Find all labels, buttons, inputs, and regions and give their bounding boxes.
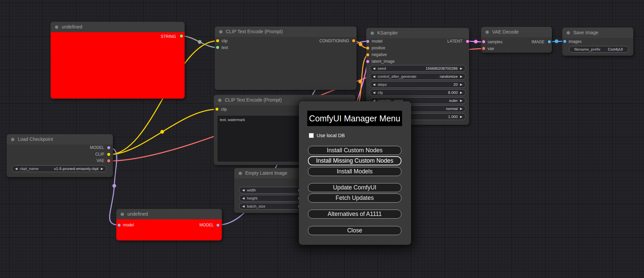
node-empty-latent-image[interactable]: Empty Latent Image ◀ width ▶ ◀ height ▶ …	[234, 168, 309, 213]
input-label: images	[569, 39, 582, 44]
close-button[interactable]: Close	[308, 226, 401, 235]
output-label: MODEL	[199, 223, 214, 228]
clip-input-port[interactable]	[216, 39, 219, 42]
increment-arrow-icon[interactable]: ▶	[460, 99, 462, 102]
input-label: latent_image	[372, 59, 395, 64]
input-label: positive	[372, 46, 385, 51]
model-output-port[interactable]	[216, 224, 219, 227]
node-title-bar: undefined	[51, 22, 185, 32]
text-input-port[interactable]	[216, 46, 219, 49]
increment-arrow-icon[interactable]: ▶	[460, 75, 462, 78]
reroute-dot[interactable]	[359, 43, 363, 46]
control-after-generate-widget[interactable]: ◀ control_after_generate randomize ▶	[370, 73, 466, 80]
decrement-arrow-icon[interactable]: ◀	[373, 91, 375, 94]
use-local-db-checkbox[interactable]	[309, 133, 314, 138]
string-link-wire	[181, 36, 217, 48]
node-title-bar: KSampler	[366, 28, 469, 38]
samples-input-port[interactable]	[482, 40, 485, 43]
model-output-port[interactable]	[107, 146, 110, 149]
fetch-updates-button[interactable]: Fetch Updates	[308, 193, 401, 203]
collapse-dot-icon[interactable]	[371, 32, 374, 35]
input-label: model	[123, 223, 134, 228]
node-title-bar: undefined	[116, 209, 222, 219]
positive-input-port[interactable]	[366, 47, 369, 50]
clip-link-wire-2	[109, 109, 217, 155]
cfg-widget[interactable]: ◀ cfg 8.000 ▶	[370, 89, 466, 96]
node-load-checkpoint[interactable]: Load Checkpoint MODEL CLIP VAE ◀ ckpt_na…	[7, 134, 113, 177]
install-custom-nodes-button[interactable]: Install Custom Nodes	[308, 146, 401, 155]
input-label: clip	[221, 107, 227, 112]
node-undefined-top[interactable]: undefined STRING	[51, 22, 185, 99]
collapse-dot-icon[interactable]	[11, 138, 14, 141]
reroute-dot[interactable]	[474, 40, 478, 44]
conditioning-output-port[interactable]	[352, 39, 355, 42]
reroute-dot[interactable]	[555, 40, 559, 43]
input-label: samples	[488, 40, 503, 45]
reroute-dot[interactable]	[113, 184, 116, 188]
increment-arrow-icon[interactable]: ▶	[460, 115, 462, 118]
clip-output-port[interactable]	[107, 153, 110, 156]
steps-widget[interactable]: ◀ steps 20 ▶	[370, 81, 466, 88]
negative-input-port[interactable]	[366, 53, 369, 56]
increment-arrow-icon[interactable]: ▶	[460, 83, 462, 86]
decrement-arrow-icon[interactable]: ◀	[242, 205, 245, 208]
height-widget[interactable]: ◀ height ▶	[239, 195, 304, 202]
collapse-dot-icon[interactable]	[218, 99, 221, 102]
collapse-dot-icon[interactable]	[55, 25, 58, 29]
node-title-bar: VAE Decode	[481, 27, 552, 37]
collapse-dot-icon[interactable]	[486, 31, 489, 34]
collapse-dot-icon[interactable]	[219, 30, 222, 34]
model-input-port[interactable]	[118, 224, 121, 227]
vae-output-port[interactable]	[107, 159, 110, 162]
node-undefined-bottom[interactable]: undefined model MODEL	[116, 209, 222, 240]
node-vae-decode[interactable]: VAE Decode samples vae IMAGE	[481, 27, 552, 53]
clip-input-port[interactable]	[215, 108, 218, 111]
width-widget[interactable]: ◀ width ▶	[239, 187, 304, 193]
node-clip-text-encode-1[interactable]: CLIP Text Encode (Prompt) clip text COND…	[215, 26, 357, 90]
input-label: model	[372, 39, 383, 44]
collapse-dot-icon[interactable]	[567, 31, 570, 35]
input-label: negative	[372, 52, 387, 57]
comfyui-manager-dialog: ComfyUI Manager Menu Use local DB Instal…	[299, 101, 411, 245]
decrement-arrow-icon[interactable]: ◀	[15, 167, 17, 170]
latent-image-input-port[interactable]	[366, 60, 369, 63]
node-canvas[interactable]: undefined STRING CLIP Text Encode (Promp…	[0, 0, 644, 278]
decrement-arrow-icon[interactable]: ◀	[242, 189, 245, 192]
model-input-port[interactable]	[366, 40, 369, 43]
output-label: CONDITIONING	[319, 39, 349, 44]
image-output-port[interactable]	[548, 40, 551, 43]
input-label: clip	[221, 39, 228, 44]
decrement-arrow-icon[interactable]: ◀	[242, 197, 245, 200]
ckpt-name-widget[interactable]: ◀ ckpt_name v1-5-pruned-emaonly.ckpt ▶	[12, 165, 107, 172]
update-comfyui-button[interactable]: Update ComfyUI	[308, 183, 401, 192]
reroute-dot[interactable]	[198, 40, 202, 44]
output-label: STRING	[161, 34, 176, 39]
node-title-bar: CLIP Text Encode (Prompt)	[215, 26, 357, 37]
decrement-arrow-icon[interactable]: ◀	[373, 75, 375, 78]
dialog-title: ComfyUI Manager Menu	[307, 111, 402, 126]
output-label: IMAGE	[531, 40, 544, 45]
decrement-arrow-icon[interactable]: ◀	[373, 83, 375, 86]
images-input-port[interactable]	[563, 40, 566, 43]
install-missing-custom-nodes-button[interactable]: Install Missing Custom Nodes	[308, 156, 401, 165]
decrement-arrow-icon[interactable]: ◀	[373, 67, 375, 70]
seed-widget[interactable]: ◀ seed 156680208700286 ▶	[370, 65, 466, 72]
filename-prefix-widget[interactable]: filename_prefix ComfyUI	[569, 46, 629, 53]
vae-input-port[interactable]	[482, 47, 485, 50]
increment-arrow-icon[interactable]: ▶	[460, 107, 462, 110]
node-save-image[interactable]: Save Image images filename_prefix ComfyU…	[562, 27, 633, 56]
increment-arrow-icon[interactable]: ▶	[460, 91, 462, 94]
batch-size-widget[interactable]: ◀ batch_size ▶	[239, 203, 304, 210]
alternatives-of-a1111-button[interactable]: Alternatives of A1111	[308, 210, 401, 219]
input-label: vae	[488, 46, 494, 51]
install-models-button[interactable]: Install Models	[308, 167, 401, 176]
increment-arrow-icon[interactable]: ▶	[460, 67, 462, 70]
latent-output-port[interactable]	[466, 40, 469, 43]
string-output-port[interactable]	[180, 35, 183, 38]
reroute-dot[interactable]	[359, 80, 362, 84]
collapse-dot-icon[interactable]	[121, 213, 124, 216]
checkbox-label: Use local DB	[317, 133, 345, 138]
collapse-dot-icon[interactable]	[239, 172, 242, 175]
reroute-dot[interactable]	[160, 130, 164, 134]
increment-arrow-icon[interactable]: ▶	[101, 167, 103, 170]
